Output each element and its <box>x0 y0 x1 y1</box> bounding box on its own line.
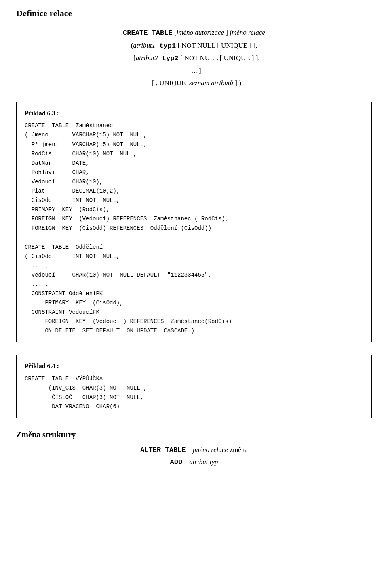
syntax-constraints2: [ NOT NULL [ UNIQUE ] ], <box>179 54 260 62</box>
syntax-auth-name: jméno autorizace <box>176 29 224 36</box>
page-title: Definice relace <box>16 8 372 19</box>
alter-zmena: změna <box>230 446 247 454</box>
syntax-constraints1: [ NOT NULL [ UNIQUE ] ], <box>176 42 257 49</box>
alter-space <box>188 446 191 454</box>
add-attr-type: atribut typ <box>189 458 218 466</box>
example-64-label: Příklad 6.4 : <box>25 361 363 372</box>
syntax-indent: [ <box>128 54 135 62</box>
syntax-line-1: CREATE TABLE [jméno autorizace ] jméno r… <box>16 27 372 40</box>
syntax-rel-name: jméno relace <box>230 29 265 36</box>
example-64-code: CREATE TABLE VÝPŮJČKA (INV_CIS CHAR(3) N… <box>25 374 363 412</box>
syntax-bracket-close: ] <box>224 29 230 36</box>
syntax-block: CREATE TABLE [jméno autorizace ] jméno r… <box>16 27 372 90</box>
alter-rel-name: jméno relace <box>192 446 228 454</box>
alter-kw: ALTER TABLE <box>140 446 186 454</box>
syntax-line-5: [ , UNIQUE seznam atributů ] ) <box>16 77 372 90</box>
alter-line-2: ADD atribut typ <box>16 458 372 466</box>
example-64-title-text: Příklad 6.4 : <box>25 363 59 370</box>
syntax-closing: ] ) <box>233 79 241 87</box>
syntax-unique-prefix: [ , UNIQUE <box>147 79 189 87</box>
add-kw: ADD <box>170 458 183 466</box>
add-space <box>184 458 188 466</box>
example-63-code: CREATE TABLE Zaměstnanec ( Jméno VARCHAR… <box>25 121 363 336</box>
syntax-line-2: (atribut1 typ1 [ NOT NULL [ UNIQUE ] ], <box>16 40 372 52</box>
syntax-line-3: [atribut2 typ2 [ NOT NULL [ UNIQUE ] ], <box>16 52 372 65</box>
syntax-attr1: atribut1 <box>133 42 155 49</box>
alter-line-1: ALTER TABLE jméno relace změna <box>16 446 372 454</box>
example-63-label: Příklad 6.3 : <box>25 108 363 119</box>
syntax-type2: typ2 <box>158 55 179 62</box>
kw-create-table: CREATE TABLE <box>123 29 172 37</box>
example-63-title: Příklad 6.3 : <box>25 110 59 117</box>
syntax-attr2: atribut2 <box>136 54 158 62</box>
syntax-attr-list: seznam atributů <box>189 79 233 87</box>
syntax-line-4: ... ] <box>16 65 372 78</box>
example-63-box: Příklad 6.3 : CREATE TABLE Zaměstnanec (… <box>16 102 372 342</box>
syntax-ellipsis: ... ] <box>187 67 201 75</box>
example-64-box: Příklad 6.4 : CREATE TABLE VÝPŮJČKA (INV… <box>16 355 372 418</box>
syntax-type1: typ1 <box>155 42 176 50</box>
section-zmena-heading: Změna struktury <box>16 430 372 439</box>
